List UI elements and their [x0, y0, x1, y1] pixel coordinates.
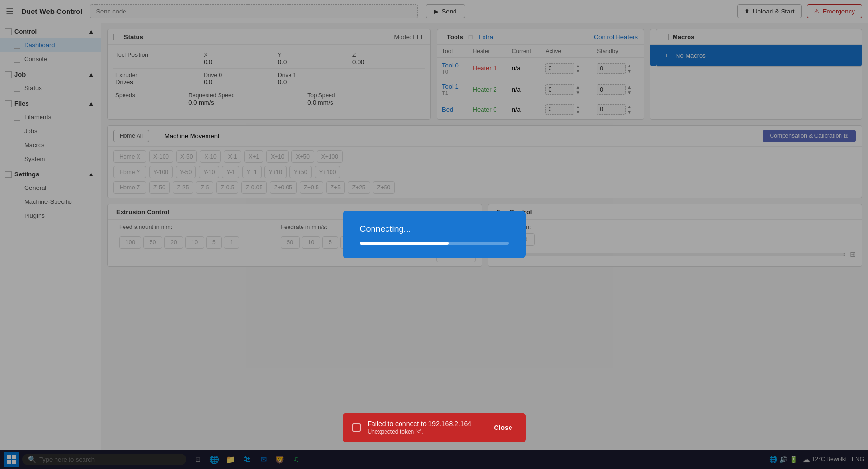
connecting-progress-bar	[360, 242, 449, 245]
error-sub: Unexpected token '<'.	[368, 429, 483, 435]
error-toast: Failed to connect to 192.168.2.164 Unexp…	[343, 413, 526, 442]
error-text: Failed to connect to 192.168.2.164 Unexp…	[368, 420, 483, 435]
connecting-title: Connecting...	[360, 224, 509, 234]
connecting-modal: Connecting...	[343, 211, 526, 258]
error-checkbox	[352, 423, 361, 432]
error-message: Failed to connect to 192.168.2.164	[368, 420, 483, 428]
connecting-progress-bar-bg	[360, 242, 509, 245]
error-close-button[interactable]: Close	[490, 422, 516, 433]
connecting-overlay: Connecting...	[0, 0, 868, 469]
